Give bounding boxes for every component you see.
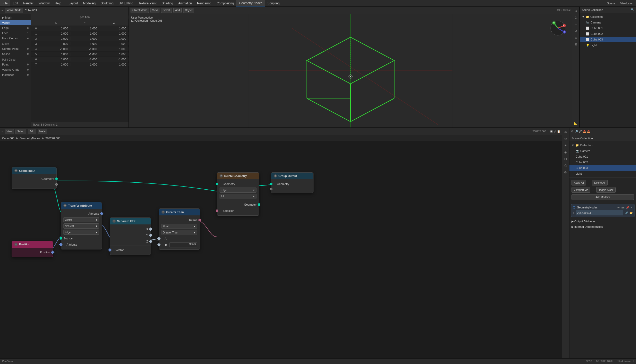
mod-collection-cube003[interactable]: Cube.003 bbox=[569, 165, 636, 171]
collection-cube002[interactable]: ⬜ Cube.002 bbox=[580, 31, 636, 37]
delete-all-btn[interactable]: Delete All bbox=[592, 180, 607, 185]
tab-uv-editing[interactable]: UV Editing bbox=[116, 0, 136, 6]
rotate-icon[interactable]: ↺ bbox=[573, 28, 579, 34]
tab-modeling[interactable]: Modeling bbox=[80, 0, 98, 6]
breadcrumb-cube003[interactable]: Cube.003 bbox=[2, 137, 14, 140]
modifier-toolbar-icon[interactable]: ⚙ bbox=[571, 130, 574, 133]
greater-than-float-dropdown[interactable]: Float ▼ bbox=[162, 224, 197, 229]
output-attributes-toggle[interactable]: ▶ Output Attributes bbox=[569, 219, 636, 224]
collection-cube001[interactable]: ⬜ Cube.001 bbox=[580, 25, 636, 31]
tools-icon[interactable]: ⊕ bbox=[573, 8, 579, 14]
modifier-value-field[interactable]: 268228.003 bbox=[576, 210, 623, 215]
node-row-delete-all-dropdown: All ▼ bbox=[217, 193, 259, 199]
tree-instances[interactable]: Instances 0 bbox=[0, 72, 31, 77]
node-position: ▼ Position Position bbox=[12, 241, 53, 257]
transfer-vector-dropdown[interactable]: Vector ▼ bbox=[63, 217, 99, 222]
collection-root[interactable]: ▼ 📁 Collection bbox=[580, 14, 636, 20]
transform-icon[interactable]: ⊟ bbox=[573, 41, 579, 47]
viewport-view-btn[interactable]: View bbox=[150, 8, 160, 13]
object-mode-btn[interactable]: Object Mode bbox=[131, 8, 149, 13]
measure-icon[interactable]: 📐 bbox=[573, 120, 579, 126]
node-transfer-title: Transfer Attribute bbox=[68, 204, 92, 207]
transfer-edge-dropdown[interactable]: Edge ▼ bbox=[63, 230, 99, 235]
modifier-close-icon[interactable]: ✕ bbox=[631, 206, 633, 209]
tree-point[interactable]: Point 0 bbox=[0, 62, 31, 67]
menu-file[interactable]: File bbox=[0, 0, 10, 6]
node-icon-7[interactable]: ⚙ bbox=[562, 169, 569, 175]
table-row: 7-1.000-1.0001.000 bbox=[31, 62, 128, 67]
tab-geometry-nodes[interactable]: Geometry Nodes bbox=[236, 0, 265, 6]
scale-icon[interactable]: ⊞ bbox=[573, 35, 579, 41]
node-icon-2[interactable]: ⊙ bbox=[562, 136, 569, 142]
mod-collection-light[interactable]: Light bbox=[569, 171, 636, 176]
menu-edit[interactable]: Edit bbox=[10, 0, 21, 6]
modifier-panel: ⚙ 🔎 🖊 📤 📥 Scene Collection ▼ 📁 Collectio… bbox=[569, 128, 636, 364]
table-footer: Rows: 8 | Columns: 1 bbox=[31, 122, 128, 127]
add-modifier-btn[interactable]: Add Modifier bbox=[571, 194, 634, 200]
mod-collection-camera[interactable]: 📷 Camera bbox=[569, 148, 636, 154]
tab-compositing[interactable]: Compositing bbox=[214, 0, 236, 6]
node-node-btn[interactable]: Node bbox=[38, 129, 47, 134]
mod-collection-root[interactable]: ▼ 📁 Collection bbox=[569, 142, 636, 148]
tab-layout[interactable]: Layout bbox=[66, 0, 80, 6]
node-icon-6[interactable]: ⬡ bbox=[562, 163, 569, 169]
transfer-nearest-dropdown[interactable]: Nearest ▼ bbox=[63, 223, 99, 229]
b-value-field[interactable]: 0.000 bbox=[170, 242, 197, 247]
collection-camera[interactable]: 📷 Camera bbox=[580, 20, 636, 25]
node-select-btn[interactable]: Select bbox=[15, 129, 26, 134]
tree-vertex[interactable]: Vertex bbox=[0, 20, 31, 25]
tree-spline[interactable]: Spline 0 bbox=[0, 51, 31, 56]
mod-collection-cube002[interactable]: Cube.002 bbox=[569, 159, 636, 165]
menu-render[interactable]: Render bbox=[21, 0, 36, 6]
viewport-object-btn[interactable]: Object bbox=[183, 8, 194, 13]
move-icon[interactable]: ✛ bbox=[573, 21, 579, 27]
node-editor[interactable]: ≡ View Select Add Node 268228.003 | 🔲 🖊 … bbox=[0, 128, 562, 364]
tab-rendering[interactable]: Rendering bbox=[195, 0, 214, 6]
svg-text:X: X bbox=[563, 25, 564, 27]
node-icon-1[interactable]: ⊕ bbox=[562, 129, 569, 135]
tree-control-point[interactable]: Control Point 0 bbox=[0, 46, 31, 51]
modifier-eye-icon[interactable]: 👁 bbox=[617, 206, 620, 209]
tab-texture-paint[interactable]: Texture Paint bbox=[136, 0, 159, 6]
tab-shading[interactable]: Shading bbox=[159, 0, 176, 6]
viewport-add-btn[interactable]: Add bbox=[173, 8, 182, 13]
apply-all-btn[interactable]: Apply All bbox=[571, 180, 586, 185]
tree-volume-grids[interactable]: Volume Grids 0 bbox=[0, 67, 31, 72]
node-view-btn[interactable]: View bbox=[5, 129, 14, 134]
tree-curve-section: Curve bbox=[0, 42, 31, 46]
viewport-select-btn[interactable]: Select bbox=[161, 8, 172, 13]
mod-collection-cube001[interactable]: Cube.001 bbox=[569, 154, 636, 159]
internal-dependencies-toggle[interactable]: ▶ Internal Dependencies bbox=[569, 224, 636, 230]
greater-than-op-dropdown[interactable]: Greater Than ▼ bbox=[162, 230, 197, 235]
tree-face[interactable]: Face 1 bbox=[0, 30, 31, 36]
node-icon-5[interactable]: ⊡ bbox=[562, 156, 569, 162]
tab-sculpting[interactable]: Sculpting bbox=[98, 0, 116, 6]
modifier-link-icon[interactable]: 🔗 bbox=[625, 212, 628, 214]
tab-animation[interactable]: Animation bbox=[176, 0, 195, 6]
tree-edge[interactable]: Edge 8 bbox=[0, 25, 31, 30]
delete-geo-edge-dropdown[interactable]: Edge ▼ bbox=[220, 188, 256, 193]
collection-light[interactable]: 💡 Light bbox=[580, 42, 636, 48]
modifier-stack-section: Apply All — Delete All Viewport Vis — To… bbox=[569, 178, 636, 202]
viewport-vis-btn[interactable]: Viewport Vis bbox=[571, 187, 590, 193]
tree-mesh[interactable]: ▶ Mesh bbox=[0, 15, 31, 20]
tab-scripting[interactable]: Scripting bbox=[265, 0, 282, 6]
node-add-btn[interactable]: Add bbox=[28, 129, 36, 134]
menu-window[interactable]: Window bbox=[36, 0, 52, 6]
socket-b-in bbox=[157, 243, 161, 247]
collection-cube003[interactable]: ⬜ Cube.003 bbox=[580, 37, 636, 42]
delete-geo-all-dropdown[interactable]: All ▼ bbox=[220, 194, 256, 199]
toggle-stack-btn[interactable]: Toggle Stack bbox=[596, 187, 616, 193]
tree-face-corner[interactable]: Face Corner 4 bbox=[0, 36, 31, 41]
viewport-canvas[interactable]: User Perspective (1) Collection | Cube.0… bbox=[129, 14, 572, 127]
menu-help[interactable]: Help bbox=[52, 0, 64, 6]
viewer-node-btn[interactable]: Viewer Node bbox=[5, 8, 23, 13]
modifier-render-icon[interactable]: 📷 bbox=[621, 206, 624, 209]
cursor-icon[interactable]: ⊙ bbox=[573, 14, 579, 21]
modifier-pin-icon[interactable]: 📌 bbox=[626, 206, 629, 209]
modifier-browse-icon[interactable]: 📂 bbox=[630, 212, 633, 214]
scene-collection-filter[interactable]: 🔍 bbox=[631, 8, 634, 11]
breadcrumb-geometry-nodes[interactable]: GeometryNodes bbox=[20, 137, 40, 140]
node-icon-4[interactable]: ◈ bbox=[562, 149, 569, 155]
node-icon-3[interactable]: ✦ bbox=[562, 142, 569, 149]
